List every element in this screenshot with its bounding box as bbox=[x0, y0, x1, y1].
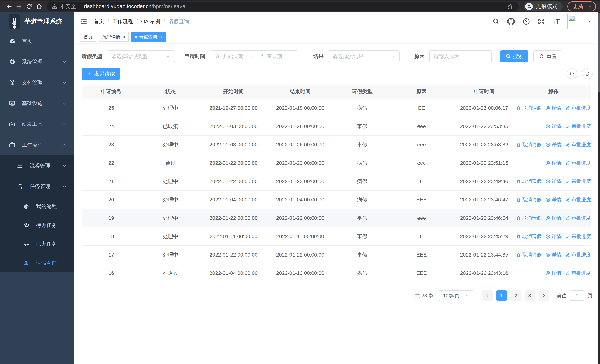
result-select[interactable]: 请选择流结果 bbox=[328, 50, 400, 62]
font-size-icon[interactable]: TT bbox=[553, 18, 560, 25]
sidebar-item-workflow[interactable]: 工作流程 bbox=[0, 135, 74, 155]
fullscreen-icon[interactable] bbox=[538, 18, 545, 25]
refresh-button[interactable] bbox=[582, 68, 593, 79]
cell-apply-time: 2022-01-22 23:44:35 bbox=[452, 252, 516, 258]
approval-progress-link[interactable]: 审批进度 bbox=[565, 178, 591, 185]
detail-link[interactable]: 详情 bbox=[545, 123, 561, 130]
cancel-leave-link[interactable]: 取消请假 bbox=[516, 141, 542, 148]
search-button[interactable]: 搜索 bbox=[500, 50, 528, 62]
cancel-leave-link[interactable]: 取消请假 bbox=[516, 233, 542, 240]
page-button-3[interactable]: 3 bbox=[525, 290, 535, 301]
approval-progress-link[interactable]: 审批进度 bbox=[565, 105, 591, 111]
browser-update-button[interactable]: 更新 bbox=[567, 1, 596, 11]
detail-link[interactable]: 详情 bbox=[545, 105, 561, 111]
approval-progress-link[interactable]: 审批进度 bbox=[565, 252, 591, 258]
cell-leave-type: 事假 bbox=[334, 233, 391, 240]
approval-progress-link[interactable]: 审批进度 bbox=[565, 270, 591, 276]
cancel-leave-link[interactable]: 取消请假 bbox=[516, 252, 542, 258]
approval-progress-link[interactable]: 审批进度 bbox=[565, 160, 591, 166]
cell-start-time: 2022-01-04 00:00:00 bbox=[200, 197, 267, 203]
detail-link[interactable]: 详情 bbox=[545, 160, 561, 166]
next-page-button[interactable] bbox=[539, 290, 549, 301]
help-icon[interactable] bbox=[522, 18, 530, 25]
reason-input[interactable]: 请输入原因 bbox=[429, 50, 492, 62]
sidebar-item-task-management[interactable]: 任务管理 bbox=[0, 176, 74, 197]
close-icon[interactable]: × bbox=[122, 35, 125, 39]
home-icon[interactable] bbox=[34, 1, 44, 11]
browser-menu-icon[interactable] bbox=[587, 4, 593, 9]
cancel-leave-link[interactable]: 取消请假 bbox=[516, 105, 542, 111]
date-range-picker[interactable]: 开始日期 - 结束日期 bbox=[210, 50, 298, 62]
eye-closed-icon bbox=[22, 241, 30, 247]
incognito-badge: 无痕模式 bbox=[524, 1, 562, 11]
tab-process-detail[interactable]: 流程详情 × bbox=[99, 32, 129, 42]
header-search-icon[interactable] bbox=[492, 18, 500, 25]
approval-progress-link[interactable]: 审批进度 bbox=[565, 215, 591, 221]
detail-link[interactable]: 详情 bbox=[545, 252, 561, 258]
cell-reason: eee bbox=[391, 142, 452, 148]
approval-progress-link[interactable]: 审批进度 bbox=[565, 196, 591, 203]
goto-page-input[interactable] bbox=[570, 290, 584, 301]
sidebar-item-process-management[interactable]: 流程管理 bbox=[0, 155, 74, 176]
github-icon[interactable] bbox=[507, 18, 515, 25]
cell-reason: EEE bbox=[391, 270, 452, 276]
sidebar-item-system[interactable]: 系统管理 bbox=[0, 52, 74, 72]
sidebar-item-infrastructure[interactable]: 基础设施 bbox=[0, 93, 74, 114]
url-bar[interactable]: 不安全 dashboard.yudao.iocoder.cn/bpm/oa/le… bbox=[47, 2, 518, 11]
sidebar-item-my-process[interactable]: 我的流程 bbox=[0, 197, 74, 216]
detail-link[interactable]: 详情 bbox=[545, 215, 561, 221]
back-icon[interactable] bbox=[4, 1, 14, 11]
sidebar-item-payment[interactable]: 支付管理 bbox=[0, 72, 74, 93]
tab-home[interactable]: 首页 bbox=[80, 32, 96, 42]
security-label: 不安全 bbox=[60, 3, 76, 10]
cancel-leave-link[interactable]: 取消请假 bbox=[516, 178, 542, 185]
reload-icon[interactable] bbox=[24, 1, 34, 11]
security-warning-icon bbox=[52, 3, 57, 9]
forward-icon[interactable] bbox=[14, 1, 24, 11]
search-button-label: 搜索 bbox=[513, 53, 523, 60]
chevron-up-icon bbox=[62, 142, 67, 148]
sidebar-collapse-icon[interactable] bbox=[80, 18, 87, 25]
action-label: 审批进度 bbox=[572, 160, 591, 166]
prev-page-button[interactable] bbox=[482, 290, 493, 301]
chevron-down-icon bbox=[62, 163, 67, 168]
page-button-1[interactable]: 1 bbox=[497, 290, 507, 301]
breadcrumb-item[interactable]: OA 示例 bbox=[141, 18, 160, 25]
toggle-search-button[interactable] bbox=[567, 68, 577, 79]
cell-end-time: 2022-01-04 00:00:00 bbox=[267, 197, 334, 203]
approval-progress-link[interactable]: 审批进度 bbox=[565, 233, 591, 240]
sidebar-item-todo-tasks[interactable]: 待办任务 bbox=[0, 216, 74, 235]
cell-apply-time: 2022-01-22 23:53:35 bbox=[452, 123, 516, 129]
sidebar: 芋道管理系统 首页 系统管理 支付管理 基础设施 bbox=[0, 12, 74, 364]
avatar-caret-icon[interactable] bbox=[587, 19, 592, 24]
create-leave-button[interactable]: 发起请假 bbox=[82, 68, 120, 80]
detail-link[interactable]: 详情 bbox=[545, 196, 561, 203]
cell-start-time: 2022-01-22 00:00:00 bbox=[200, 215, 267, 221]
page-size-select[interactable]: 10条/页 bbox=[439, 290, 473, 301]
bookmark-star-icon[interactable] bbox=[507, 3, 513, 10]
page-scrollbar[interactable] bbox=[598, 12, 600, 364]
detail-link[interactable]: 详情 bbox=[545, 270, 561, 276]
cell-leave-type: 病假 bbox=[334, 196, 391, 203]
detail-link[interactable]: 详情 bbox=[545, 233, 561, 240]
leave-type-select[interactable]: 请选择请假类型 bbox=[107, 50, 175, 62]
sidebar-item-devtools[interactable]: 研发工具 bbox=[0, 114, 74, 135]
tab-leave-query[interactable]: 请假查询 × bbox=[131, 32, 166, 42]
reset-button[interactable]: 重置 bbox=[533, 50, 562, 62]
detail-link[interactable]: 详情 bbox=[545, 141, 561, 148]
cancel-leave-link[interactable]: 取消请假 bbox=[516, 215, 542, 221]
sidebar-item-done-tasks[interactable]: 已办任务 bbox=[0, 235, 74, 253]
detail-link[interactable]: 详情 bbox=[545, 178, 561, 185]
close-icon[interactable]: × bbox=[159, 35, 162, 39]
avatar[interactable] bbox=[567, 14, 582, 29]
approval-progress-link[interactable]: 审批进度 bbox=[565, 141, 591, 148]
cell-apply-time: 2022-01-22 23:46:04 bbox=[452, 215, 516, 221]
cancel-leave-link[interactable]: 取消请假 bbox=[516, 196, 542, 203]
breadcrumb-item[interactable]: 首页 bbox=[94, 18, 104, 25]
sidebar-item-leave-query[interactable]: 请假查询 bbox=[0, 253, 74, 272]
scrollbar-thumb[interactable] bbox=[598, 13, 600, 93]
sidebar-item-home[interactable]: 首页 bbox=[0, 31, 74, 52]
page-button-2[interactable]: 2 bbox=[510, 290, 521, 301]
breadcrumb-item[interactable]: 工作流程 bbox=[112, 18, 133, 25]
approval-progress-link[interactable]: 审批进度 bbox=[565, 123, 591, 130]
